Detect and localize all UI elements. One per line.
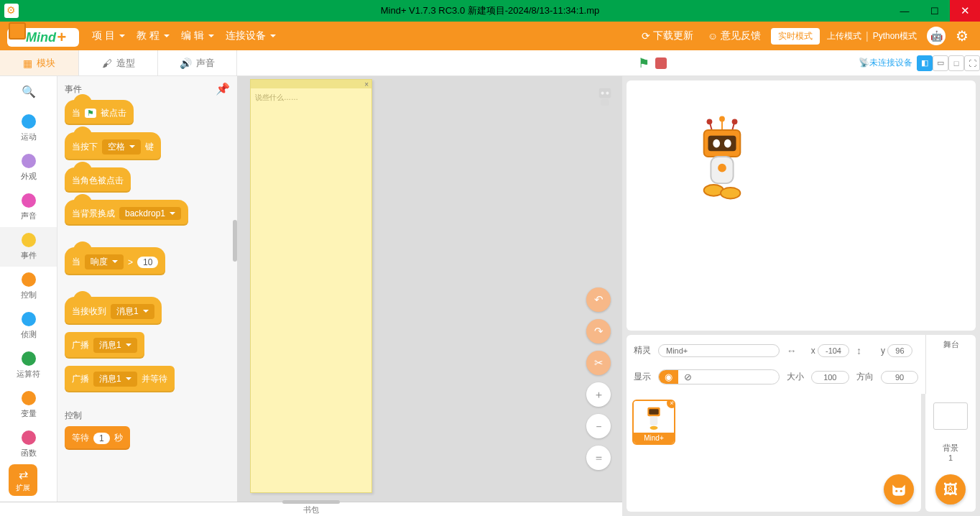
add-backdrop-button[interactable]: 🖼 <box>935 474 966 505</box>
settings-gear-icon[interactable]: ⚙ <box>956 27 969 45</box>
svg-point-22 <box>895 490 897 492</box>
green-flag-icon: ⚑ <box>85 109 96 118</box>
user-avatar[interactable]: 🤖 <box>927 27 946 45</box>
tab-code[interactable]: ▦模块 <box>0 50 79 75</box>
green-flag-button[interactable]: ⚑ <box>638 55 650 71</box>
block-when-flag-clicked[interactable]: 当 ⚑ 被点击 <box>65 100 134 125</box>
category-sound[interactable]: 声音 <box>0 188 57 227</box>
comment-text[interactable]: 说些什么…… <box>251 88 371 107</box>
svg-point-17 <box>721 188 740 199</box>
tab-bar: ▦模块 🖌造型 🔊声音 ⚑ 📡未连接设备 ◧ ▭ □ ⛶ <box>0 50 980 76</box>
feedback-button[interactable]: ☺意见反馈 <box>708 29 761 42</box>
backpack-bar[interactable]: 书包 <box>0 502 622 516</box>
zoom-in-button[interactable]: ＋ <box>586 382 611 407</box>
stage-small-button[interactable]: ◧ <box>917 55 933 71</box>
stage-large-button[interactable]: ▭ <box>933 55 948 71</box>
stage-hide-button[interactable]: □ <box>948 55 964 71</box>
window-maximize-button[interactable]: ☐ <box>920 0 950 22</box>
add-sprite-button[interactable] <box>884 474 914 505</box>
visibility-toggle[interactable]: ◉⊘ <box>658 369 780 384</box>
download-update-button[interactable]: ⟳下载更新 <box>642 29 693 42</box>
undo-button[interactable]: ↶ <box>586 287 611 312</box>
svg-rect-20 <box>650 416 658 425</box>
category-looks[interactable]: 外观 <box>0 148 57 188</box>
menu-tutorial[interactable]: 教 程 <box>137 29 170 42</box>
mode-realtime-button[interactable]: 实时模式 <box>771 28 820 45</box>
category-sensing[interactable]: 侦测 <box>0 306 57 346</box>
palette-header-events: 事件 <box>65 83 230 96</box>
menu-edit[interactable]: 编 辑 <box>181 29 214 42</box>
block-palette: 📌 事件 当 ⚑ 被点击 当按下 空格 键 当角色被点击 当背景换成 backd… <box>57 76 237 502</box>
key-dropdown[interactable]: 空格 <box>102 139 141 155</box>
stage-info-column: 舞台 <box>925 335 976 394</box>
extensions-button[interactable]: ⇄扩展 <box>9 464 37 496</box>
sprite-name-input[interactable]: Mind+ <box>658 344 780 357</box>
category-motion[interactable]: 运动 <box>0 109 57 148</box>
brush-icon: 🖌 <box>102 57 112 69</box>
window-close-button[interactable]: ✕ <box>950 0 980 22</box>
menu-bar: Mind+ 项 目 教 程 编 辑 连接设备 ⟳下载更新 ☺意见反馈 实时模式 … <box>0 22 980 50</box>
block-wait[interactable]: 等待 1 秒 <box>65 426 130 450</box>
block-broadcast-wait[interactable]: 广播 消息1 并等待 <box>65 366 175 392</box>
sprite-size-input[interactable]: 100 <box>811 371 849 384</box>
palette-header-control: 控制 <box>65 410 230 422</box>
zoom-reset-button[interactable]: ＝ <box>586 446 611 470</box>
sprite-card[interactable]: × Mind+ <box>632 400 675 445</box>
svg-point-23 <box>900 490 902 492</box>
logo-text: Mind <box>26 30 56 45</box>
menu-connect-device[interactable]: 连接设备 <box>226 29 276 42</box>
fullscreen-button[interactable]: ⛶ <box>964 55 980 71</box>
zoom-out-button[interactable]: － <box>586 414 611 438</box>
sprite-on-stage[interactable] <box>694 115 750 201</box>
search-icon[interactable]: 🔍 <box>22 85 36 98</box>
category-events[interactable]: 事件 <box>0 227 57 267</box>
sprite-list: × Mind+ <box>627 394 921 512</box>
crop-button[interactable]: ✂ <box>586 351 611 375</box>
mode-upload-button[interactable]: 上传模式 <box>827 30 861 42</box>
sprite-delete-icon[interactable]: × <box>667 400 675 408</box>
message-dropdown[interactable]: 消息1 <box>111 304 154 319</box>
block-broadcast[interactable]: 广播 消息1 <box>65 332 144 359</box>
menu-project[interactable]: 项 目 <box>92 29 125 42</box>
pin-icon[interactable]: 📌 <box>216 82 230 96</box>
sprite-y-input[interactable]: 96 <box>887 344 912 357</box>
logo-plus: + <box>57 28 66 47</box>
script-canvas[interactable]: × 说些什么…… ↶ ↷ ✂ ＋ － ＝ ➤ <box>237 76 622 502</box>
stage-selector: 背景 1 🖼 <box>925 394 976 512</box>
loudness-value-input[interactable]: 10 <box>137 257 158 268</box>
block-when-key-pressed[interactable]: 当按下 空格 键 <box>65 132 161 160</box>
category-variables[interactable]: 变量 <box>0 385 57 425</box>
redo-button[interactable]: ↷ <box>586 319 611 344</box>
block-when-loudness-gt[interactable]: 当 响度 > 10 <box>65 247 165 275</box>
svg-rect-19 <box>649 409 658 414</box>
broadcast-wait-dropdown[interactable]: 消息1 <box>93 372 137 387</box>
xy-icon: ↔ <box>787 345 804 356</box>
block-when-sprite-clicked[interactable]: 当角色被点击 <box>65 167 131 193</box>
category-operators[interactable]: 运算符 <box>0 346 57 385</box>
comment-close-icon[interactable]: × <box>251 80 371 88</box>
stage[interactable] <box>627 80 976 331</box>
sprite-info-panel: 精灵 Mind+ ↔ x -104 ↕ y 96 显示 ◉⊘ 大小 100 方向… <box>627 335 976 394</box>
sprite-x-input[interactable]: -104 <box>818 344 849 357</box>
show-off-icon[interactable]: ⊘ <box>678 370 698 384</box>
loudness-dropdown[interactable]: 响度 <box>85 254 124 269</box>
backdrop-dropdown[interactable]: backdrop1 <box>119 207 181 220</box>
stage-thumbnail[interactable] <box>933 402 968 430</box>
sprite-direction-input[interactable]: 90 <box>881 371 918 384</box>
tab-costumes[interactable]: 🖌造型 <box>79 50 158 75</box>
block-when-backdrop-switches[interactable]: 当背景换成 backdrop1 <box>65 200 188 226</box>
stop-button[interactable] <box>655 57 667 69</box>
window-minimize-button[interactable]: — <box>889 0 920 22</box>
wait-value-input[interactable]: 1 <box>93 433 110 444</box>
tab-sounds[interactable]: 🔊声音 <box>158 50 237 75</box>
mode-python-button[interactable]: Python模式 <box>873 30 917 42</box>
comment-note[interactable]: × 说些什么…… <box>250 79 372 493</box>
show-on-icon[interactable]: ◉ <box>659 370 678 384</box>
direction-label: 方向 <box>856 371 874 383</box>
app-logo[interactable]: Mind+ <box>7 24 79 48</box>
category-functions[interactable]: 函数 <box>0 425 57 464</box>
broadcast-dropdown[interactable]: 消息1 <box>93 338 137 353</box>
block-when-receive[interactable]: 当接收到 消息1 <box>65 297 162 325</box>
category-control[interactable]: 控制 <box>0 267 57 306</box>
connection-status[interactable]: 📡未连接设备 <box>859 57 912 69</box>
